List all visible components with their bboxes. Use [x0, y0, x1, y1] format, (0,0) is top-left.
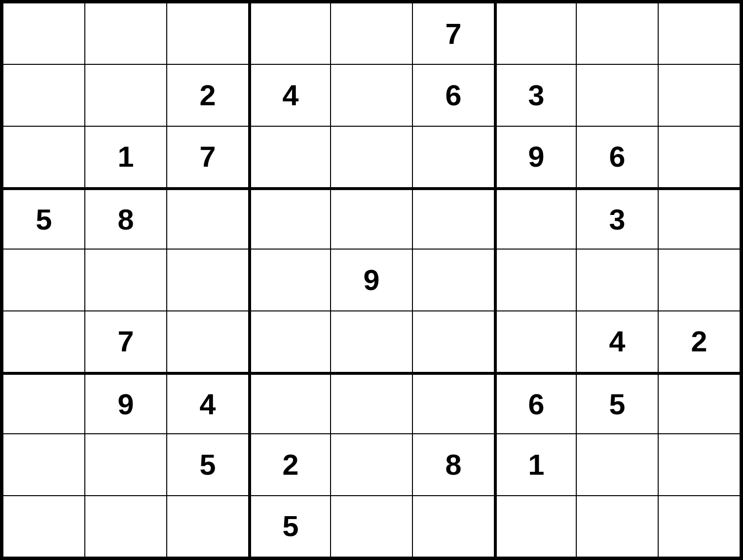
sudoku-cell[interactable]	[167, 311, 249, 372]
sudoku-cell[interactable]	[412, 372, 494, 434]
sudoku-cell[interactable]	[412, 311, 494, 372]
sudoku-cell[interactable]	[331, 188, 412, 249]
sudoku-cell[interactable]	[331, 496, 412, 557]
sudoku-cell[interactable]: 9	[331, 249, 412, 310]
sudoku-cell[interactable]	[331, 311, 412, 372]
sudoku-cell[interactable]: 4	[249, 64, 331, 126]
sudoku-cell[interactable]	[167, 188, 249, 249]
sudoku-cell[interactable]	[494, 249, 576, 310]
sudoku-cell[interactable]	[331, 126, 412, 188]
sudoku-cell[interactable]: 7	[167, 126, 249, 188]
sudoku-cell[interactable]: 5	[576, 372, 658, 434]
sudoku-cell[interactable]: 6	[412, 64, 494, 126]
sudoku-cell[interactable]	[658, 496, 740, 557]
sudoku-cell[interactable]	[85, 64, 167, 126]
sudoku-cell[interactable]: 1	[494, 434, 576, 495]
sudoku-cell[interactable]	[3, 372, 85, 434]
sudoku-cell[interactable]	[249, 3, 331, 64]
sudoku-cell[interactable]	[658, 249, 740, 310]
sudoku-cell[interactable]	[331, 372, 412, 434]
sudoku-cell[interactable]	[658, 64, 740, 126]
sudoku-cell[interactable]	[249, 311, 331, 372]
sudoku-cell[interactable]	[576, 64, 658, 126]
sudoku-cell[interactable]: 7	[412, 3, 494, 64]
sudoku-cell[interactable]	[576, 434, 658, 495]
sudoku-cell[interactable]: 5	[249, 496, 331, 557]
sudoku-cell[interactable]: 2	[167, 64, 249, 126]
sudoku-cell[interactable]: 9	[494, 126, 576, 188]
sudoku-cell[interactable]	[167, 3, 249, 64]
sudoku-cell[interactable]	[3, 496, 85, 557]
sudoku-cell[interactable]: 2	[249, 434, 331, 495]
sudoku-cell[interactable]	[658, 188, 740, 249]
sudoku-cell[interactable]	[658, 372, 740, 434]
sudoku-cell[interactable]	[85, 249, 167, 310]
sudoku-cell[interactable]	[167, 249, 249, 310]
sudoku-cell[interactable]	[576, 249, 658, 310]
sudoku-cell[interactable]	[658, 3, 740, 64]
sudoku-cell[interactable]	[412, 496, 494, 557]
sudoku-cell[interactable]: 5	[167, 434, 249, 495]
sudoku-cell[interactable]	[576, 3, 658, 64]
sudoku-cell[interactable]	[3, 64, 85, 126]
sudoku-cell[interactable]	[331, 3, 412, 64]
sudoku-cell[interactable]: 6	[576, 126, 658, 188]
sudoku-cell[interactable]: 3	[576, 188, 658, 249]
sudoku-cell[interactable]: 1	[85, 126, 167, 188]
sudoku-cell[interactable]	[3, 311, 85, 372]
sudoku-cell[interactable]	[249, 126, 331, 188]
sudoku-cell[interactable]: 5	[3, 188, 85, 249]
sudoku-cell[interactable]	[85, 3, 167, 64]
sudoku-grid: 7 2 4 6 3 1 7 9 6 5 8 3 9 7 4 2 9 4	[0, 0, 743, 560]
sudoku-cell[interactable]	[3, 3, 85, 64]
sudoku-cell[interactable]	[658, 126, 740, 188]
sudoku-cell[interactable]: 4	[576, 311, 658, 372]
sudoku-cell[interactable]: 3	[494, 64, 576, 126]
sudoku-cell[interactable]: 8	[85, 188, 167, 249]
sudoku-cell[interactable]: 4	[167, 372, 249, 434]
sudoku-cell[interactable]	[412, 249, 494, 310]
sudoku-cell[interactable]	[85, 496, 167, 557]
sudoku-cell[interactable]	[249, 372, 331, 434]
sudoku-cell[interactable]: 9	[85, 372, 167, 434]
sudoku-cell[interactable]	[85, 434, 167, 495]
sudoku-cell[interactable]	[167, 496, 249, 557]
sudoku-cell[interactable]	[3, 126, 85, 188]
sudoku-cell[interactable]	[3, 249, 85, 310]
sudoku-cell[interactable]	[494, 3, 576, 64]
sudoku-cell[interactable]	[576, 496, 658, 557]
sudoku-cell[interactable]: 8	[412, 434, 494, 495]
sudoku-cell[interactable]	[494, 496, 576, 557]
sudoku-cell[interactable]	[3, 434, 85, 495]
sudoku-cell[interactable]	[658, 434, 740, 495]
sudoku-cell[interactable]: 2	[658, 311, 740, 372]
sudoku-cell[interactable]	[249, 249, 331, 310]
sudoku-cell[interactable]	[249, 188, 331, 249]
sudoku-cell[interactable]	[412, 188, 494, 249]
sudoku-cell[interactable]	[494, 311, 576, 372]
sudoku-cell[interactable]	[494, 188, 576, 249]
sudoku-cell[interactable]	[331, 64, 412, 126]
sudoku-cell[interactable]: 7	[85, 311, 167, 372]
sudoku-cell[interactable]	[331, 434, 412, 495]
sudoku-cell[interactable]: 6	[494, 372, 576, 434]
sudoku-cell[interactable]	[412, 126, 494, 188]
